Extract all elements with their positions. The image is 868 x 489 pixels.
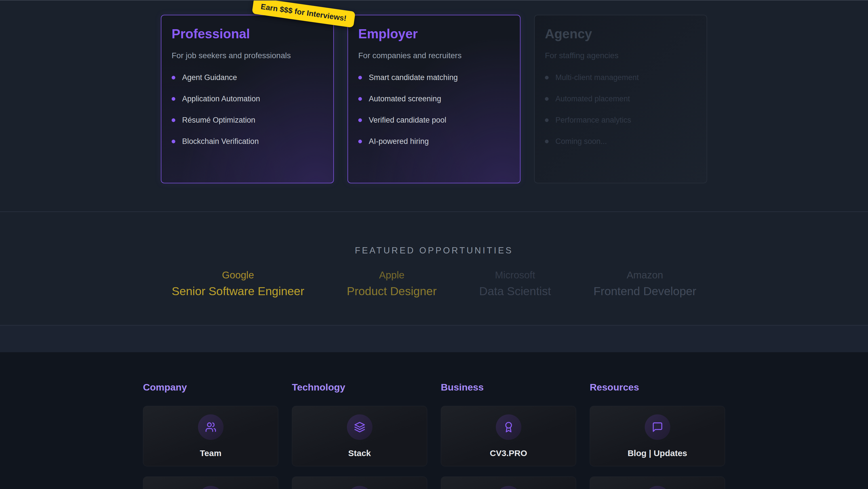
plan-feature: Résumé Optimization: [172, 116, 323, 124]
plan-subtitle: For companies and recruiters: [358, 51, 510, 60]
job-company: Microsoft: [479, 269, 551, 281]
plan-title: Employer: [358, 26, 510, 41]
plan-feature-list: Agent Guidance Application Automation Ré…: [172, 73, 323, 146]
featured-job-apple[interactable]: Apple Product Designer: [347, 269, 437, 298]
job-title: Frontend Developer: [593, 285, 696, 298]
tile-icon: [198, 486, 223, 489]
plan-card-professional[interactable]: Professional For job seekers and profess…: [161, 15, 334, 183]
plans-section: Earn $$$ for Interviews! Professional Fo…: [0, 1, 868, 183]
footer-heading: Technology: [292, 382, 427, 393]
plan-feature: Verified candidate pool: [358, 116, 510, 124]
footer-heading: Business: [441, 382, 576, 393]
bullet-dot-icon: [172, 118, 175, 122]
tile-icon: [347, 486, 372, 489]
footer-tile-partial[interactable]: [292, 477, 427, 489]
users-icon: [198, 414, 223, 440]
plan-card-agency: Agency For staffing agencies Multi-clien…: [534, 15, 707, 183]
job-company: Google: [172, 269, 304, 281]
featured-job-google[interactable]: Google Senior Software Engineer: [172, 269, 304, 298]
featured-job-microsoft[interactable]: Microsoft Data Scientist: [479, 269, 551, 298]
tile-icon: [645, 486, 670, 489]
footer: Company Team Technology Stack: [0, 352, 868, 489]
bullet-dot-icon: [545, 118, 549, 122]
featured-jobs-carousel: Google Senior Software Engineer Apple Pr…: [0, 269, 868, 298]
tile-label: Team: [200, 449, 221, 458]
plan-feature: Smart candidate matching: [358, 73, 510, 82]
message-icon: [645, 414, 670, 440]
plan-title: Agency: [545, 26, 696, 41]
footer-column-company: Company Team: [143, 382, 278, 489]
spacer-band: [0, 325, 868, 352]
plan-feature: Performance analytics: [545, 116, 696, 124]
job-title: Data Scientist: [479, 285, 551, 298]
page: { "plans": { "badge": "Earn $$$ for Inte…: [0, 0, 868, 489]
footer-column-technology: Technology Stack: [292, 382, 427, 489]
footer-tile-blog[interactable]: Blog | Updates: [590, 406, 725, 466]
tile-label: Blog | Updates: [627, 449, 687, 458]
featured-job-amazon[interactable]: Amazon Frontend Developer: [593, 269, 696, 298]
footer-grid: Company Team Technology Stack: [143, 382, 725, 489]
footer-tile-stack[interactable]: Stack: [292, 406, 427, 466]
footer-column-business: Business CV3.PRO: [441, 382, 576, 489]
job-title: Senior Software Engineer: [172, 285, 304, 298]
footer-column-resources: Resources Blog | Updates: [590, 382, 725, 489]
tile-label: Stack: [348, 449, 371, 458]
featured-heading: FEATURED OPPORTUNITIES: [0, 246, 868, 256]
bullet-dot-icon: [358, 97, 362, 101]
plan-feature-list: Smart candidate matching Automated scree…: [358, 73, 510, 146]
layers-icon: [347, 414, 372, 440]
featured-opportunities-section: FEATURED OPPORTUNITIES Google Senior Sof…: [0, 212, 868, 325]
bullet-dot-icon: [172, 97, 175, 101]
bullet-dot-icon: [545, 97, 549, 101]
plan-subtitle: For staffing agencies: [545, 51, 696, 60]
plan-feature: Blockchain Verification: [172, 137, 323, 146]
tile-label: CV3.PRO: [490, 449, 527, 458]
footer-tile-partial[interactable]: [441, 477, 576, 489]
footer-heading: Company: [143, 382, 278, 393]
footer-tile-team[interactable]: Team: [143, 406, 278, 466]
plan-card-employer[interactable]: Employer For companies and recruiters Sm…: [347, 15, 521, 183]
plan-feature: Application Automation: [172, 94, 323, 103]
bullet-dot-icon: [545, 76, 549, 80]
plan-feature: Automated screening: [358, 94, 510, 103]
bullet-dot-icon: [358, 76, 362, 80]
plan-feature: Coming soon...: [545, 137, 696, 146]
footer-tile-partial[interactable]: [143, 477, 278, 489]
footer-heading: Resources: [590, 382, 725, 393]
bullet-dot-icon: [172, 76, 175, 80]
plan-cards: Professional For job seekers and profess…: [0, 15, 868, 183]
plan-subtitle: For job seekers and professionals: [172, 51, 323, 60]
job-title: Product Designer: [347, 285, 437, 298]
plan-feature: AI-powered hiring: [358, 137, 510, 146]
plan-feature: Multi-client management: [545, 73, 696, 82]
bullet-dot-icon: [172, 140, 175, 143]
tile-icon: [496, 486, 521, 489]
plan-feature: Agent Guidance: [172, 73, 323, 82]
footer-tile-cv3pro[interactable]: CV3.PRO: [441, 406, 576, 466]
plan-feature-list: Multi-client management Automated placem…: [545, 73, 696, 146]
job-company: Apple: [347, 269, 437, 281]
footer-inner: Company Team Technology Stack: [143, 352, 725, 489]
bullet-dot-icon: [545, 140, 549, 143]
footer-tile-partial[interactable]: [590, 477, 725, 489]
award-icon: [496, 414, 521, 440]
bullet-dot-icon: [358, 140, 362, 143]
plan-feature: Automated placement: [545, 94, 696, 103]
plan-title: Professional: [172, 26, 323, 41]
bullet-dot-icon: [358, 118, 362, 122]
job-company: Amazon: [593, 269, 696, 281]
